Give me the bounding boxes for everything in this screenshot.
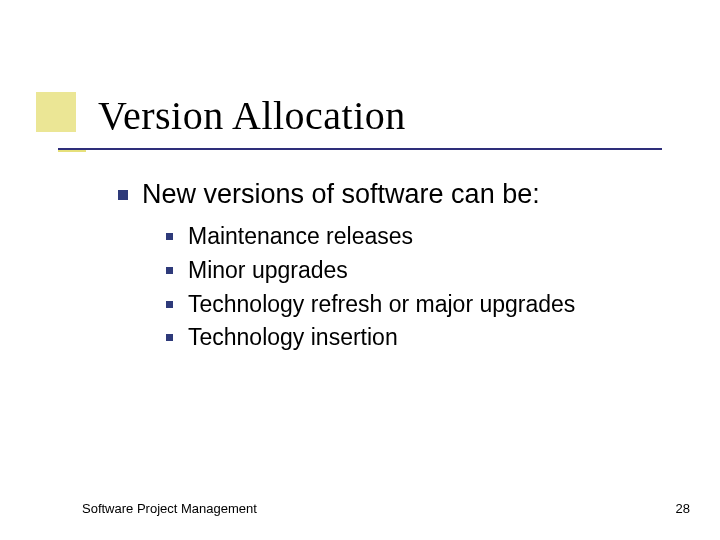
- list-item: Technology refresh or major upgrades: [166, 290, 678, 320]
- list-item: Minor upgrades: [166, 256, 678, 286]
- square-bullet-icon: [166, 301, 173, 308]
- list-item: Technology insertion: [166, 323, 678, 353]
- list-item: New versions of software can be: Mainten…: [118, 178, 678, 353]
- title-accent-box: [36, 92, 76, 132]
- title-underline: [58, 148, 662, 150]
- list-item-text: Minor upgrades: [188, 256, 678, 286]
- square-bullet-icon: [118, 190, 128, 200]
- slide: Version Allocation New versions of softw…: [0, 0, 720, 540]
- square-bullet-icon: [166, 233, 173, 240]
- footer-text: Software Project Management: [82, 501, 257, 516]
- list-item-text: Technology insertion: [188, 323, 678, 353]
- list-item: Maintenance releases: [166, 222, 678, 252]
- slide-body: New versions of software can be: Mainten…: [118, 178, 678, 367]
- page-number: 28: [676, 501, 690, 516]
- list-item-text: Technology refresh or major upgrades: [188, 290, 678, 320]
- list-item-text: Maintenance releases: [188, 222, 678, 252]
- title-underline-accent: [58, 150, 86, 152]
- square-bullet-icon: [166, 334, 173, 341]
- list-item-text: New versions of software can be:: [142, 178, 678, 212]
- slide-title: Version Allocation: [98, 92, 406, 139]
- sublist: Maintenance releases Minor upgrades Tech…: [166, 222, 678, 354]
- square-bullet-icon: [166, 267, 173, 274]
